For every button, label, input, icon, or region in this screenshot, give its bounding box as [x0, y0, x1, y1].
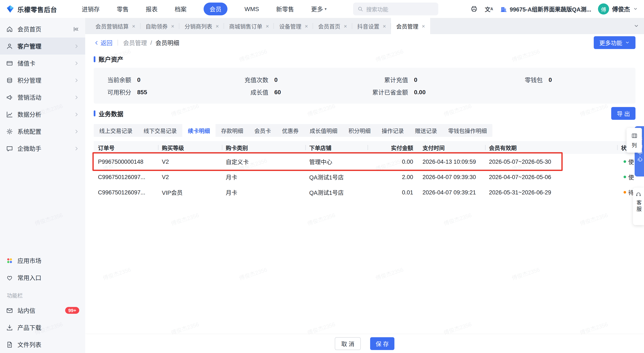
table-row[interactable]: C996750126097...VIP会员月卡QA测试1号店0.012026-0… — [94, 185, 644, 200]
sidebar-item-stored-value-card[interactable]: 储值卡 — [0, 55, 85, 72]
sidebar-item-label: 积分管理 — [18, 76, 41, 84]
sidebar-item-label: 数据分析 — [18, 110, 41, 119]
column-settings-button[interactable]: 列 — [626, 128, 642, 153]
tab-close-icon[interactable]: × — [216, 23, 219, 29]
subtab-online-trades[interactable]: 线上交易记录 — [94, 124, 138, 137]
logo-diamond-icon — [6, 5, 14, 13]
sidebar-item-inbox[interactable]: 站内信99+ — [0, 302, 85, 319]
subtab-gift-log[interactable]: 赠送记录 — [409, 124, 442, 137]
workspace-tab-mall-sales-orders[interactable]: 商城销售订单× — [224, 18, 274, 34]
subtab-operation-log[interactable]: 操作记录 — [376, 124, 409, 137]
sidebar-item-wecom-assistant[interactable]: 企微助手 — [0, 140, 85, 157]
sidebar-item-label: 企微助手 — [18, 144, 41, 153]
nav-item-inventory[interactable]: 进销存 — [82, 5, 100, 13]
workspace-tab-distributor-list[interactable]: 分销商列表× — [179, 18, 224, 34]
table-row[interactable]: C996750126097...V2月卡QA测试1号店2.002026-04-0… — [94, 169, 644, 185]
printer-icon[interactable] — [470, 5, 478, 13]
tab-close-icon[interactable]: × — [422, 23, 425, 29]
back-button[interactable]: 返回 — [94, 38, 112, 47]
nav-item-wms[interactable]: WMS — [244, 6, 259, 12]
workspace-tab-label: 自助领券 — [146, 22, 168, 30]
subtab-renewal-detail[interactable]: 续卡明细 — [182, 124, 216, 137]
workspace-tab-label: 商城销售订单 — [229, 22, 262, 30]
subtab-coupon[interactable]: 优惠券 — [276, 124, 304, 137]
collapse-sidebar-icon[interactable] — [73, 26, 79, 32]
tab-close-icon[interactable]: × — [305, 23, 308, 29]
sidebar-item-points-mgmt[interactable]: 积分管理 — [0, 72, 85, 89]
chevron-right-icon — [74, 77, 79, 83]
asset-field-label: 零钱包 — [511, 75, 543, 84]
cell-level: V2 — [162, 174, 226, 180]
workspace-tab-douyin-settings[interactable]: 抖音设置× — [352, 18, 391, 34]
points-icon — [6, 77, 13, 84]
workspace-tab-label: 分销商列表 — [184, 22, 212, 30]
customer-service-tab[interactable]: 客服 — [633, 188, 644, 225]
org-switcher[interactable]: 99675-A组新界面果蔬版QA测... — [500, 5, 591, 13]
sidebar-item-product-download[interactable]: 产品下载 — [0, 319, 85, 336]
heart-icon — [6, 274, 13, 281]
nav-item-more[interactable]: 更多▾ — [311, 5, 326, 13]
sidebar-item-app-market[interactable]: 应用市场 — [0, 252, 85, 269]
back-label: 返回 — [100, 38, 112, 47]
subtab-deposit-detail[interactable]: 存款明细 — [216, 124, 249, 137]
breadcrumb-current: 会员明细 — [156, 38, 179, 47]
app: 乐檬零售后台 进销存零售报表档案会员WMS新零售更多▾ 搜索功能 文A 9967… — [0, 0, 644, 353]
more-functions-label: 更多功能 — [599, 38, 622, 47]
sidebar-item-customer-mgmt[interactable]: 客户管理 — [0, 38, 85, 55]
workspace-tab-member-management[interactable]: 会员管理× — [391, 18, 430, 34]
tab-close-icon[interactable]: × — [344, 23, 347, 29]
sidebar-item-favorites[interactable]: 常用入口 — [0, 269, 85, 286]
sidebar-item-marketing[interactable]: 营销活动 — [0, 89, 85, 106]
sidebar-item-member-home[interactable]: 会员首页 — [0, 21, 85, 38]
subtab-member-card[interactable]: 会员卡 — [249, 124, 276, 137]
subtab-points-detail[interactable]: 积分明细 — [343, 124, 376, 137]
subtab-growth-detail[interactable]: 成长值明细 — [304, 124, 343, 137]
asset-row: 可用积分855成长值60累计已省金额0.00 — [94, 86, 636, 98]
nav-item-reports[interactable]: 报表 — [146, 5, 158, 13]
tab-close-icon[interactable]: × — [266, 23, 269, 29]
chevron-left-icon — [94, 40, 99, 45]
table-header-level: 购买等级 — [162, 143, 226, 152]
save-button[interactable]: 保 存 — [370, 337, 394, 350]
sidebar: 会员首页客户管理储值卡积分管理营销活动数据分析系统配置企微助手应用市场常用入口功… — [0, 18, 85, 353]
translate-icon[interactable]: 文A — [485, 5, 493, 13]
subtab-offline-trades[interactable]: 线下交易记录 — [138, 124, 182, 137]
section-title-business-data: 业务数据 — [94, 109, 123, 118]
nav-item-new-retail[interactable]: 新零售 — [276, 5, 294, 13]
workspace-tabstrip: 会员营销结算×自助领券×分销商列表×商城销售订单×设备管理×会员首页×抖音设置×… — [85, 18, 644, 34]
chevron-right-icon — [74, 146, 79, 151]
business-subtabs: 线上交易记录线下交易记录续卡明细存款明细会员卡优惠券成长值明细积分明细操作记录赠… — [94, 124, 492, 137]
tab-close-icon[interactable]: × — [383, 23, 386, 29]
tab-close-icon[interactable]: × — [132, 23, 135, 29]
nav-item-retail[interactable]: 零售 — [117, 5, 129, 13]
user-menu[interactable]: 傅 傅俊杰 — [598, 4, 638, 15]
export-button[interactable]: 导 出 — [611, 107, 636, 120]
search-input[interactable]: 搜索功能 — [353, 3, 438, 15]
workspace-tab-self-service-coupon[interactable]: 自助领券× — [140, 18, 179, 34]
tab-close-icon[interactable]: × — [171, 23, 174, 29]
cell-store: QA测试1号店 — [309, 188, 372, 197]
cancel-button[interactable]: 取 消 — [335, 337, 361, 350]
cell-level: V2 — [162, 158, 226, 165]
tabs-overflow-button[interactable] — [629, 18, 644, 34]
workspace-tab-member-marketing-settlement[interactable]: 会员营销结算× — [90, 18, 140, 34]
sidebar-item-label: 营销活动 — [18, 93, 41, 102]
search-icon — [357, 6, 363, 12]
nav-item-archives[interactable]: 档案 — [175, 5, 186, 13]
nav-item-member[interactable]: 会员 — [204, 3, 228, 15]
breadcrumb-parent[interactable]: 会员管理 — [123, 38, 147, 47]
sidebar-item-analytics[interactable]: 数据分析 — [0, 106, 85, 123]
workspace-tabs: 会员营销结算×自助领券×分销商列表×商城销售订单×设备管理×会员首页×抖音设置×… — [85, 18, 629, 34]
cell-amount: 0.01 — [372, 189, 414, 195]
more-functions-button[interactable]: 更多功能 — [594, 36, 636, 49]
workspace-tab-member-home[interactable]: 会员首页× — [313, 18, 352, 34]
home-icon — [6, 25, 13, 33]
sidebar-item-system-config[interactable]: 系统配置 — [0, 123, 85, 140]
workspace-tab-label: 抖音设置 — [357, 22, 379, 30]
sidebar-item-label: 储值卡 — [18, 59, 35, 67]
app-logo[interactable]: 乐檬零售后台 — [6, 5, 57, 14]
sidebar-item-file-list[interactable]: 文件列表 — [0, 336, 85, 353]
subtab-wallet-log[interactable]: 零钱包操作明细 — [442, 124, 492, 137]
workspace-tab-device-management[interactable]: 设备管理× — [274, 18, 313, 34]
table-row[interactable]: P9967500000148V2自定义卡管理中心0.002026-04-13 1… — [94, 154, 644, 169]
